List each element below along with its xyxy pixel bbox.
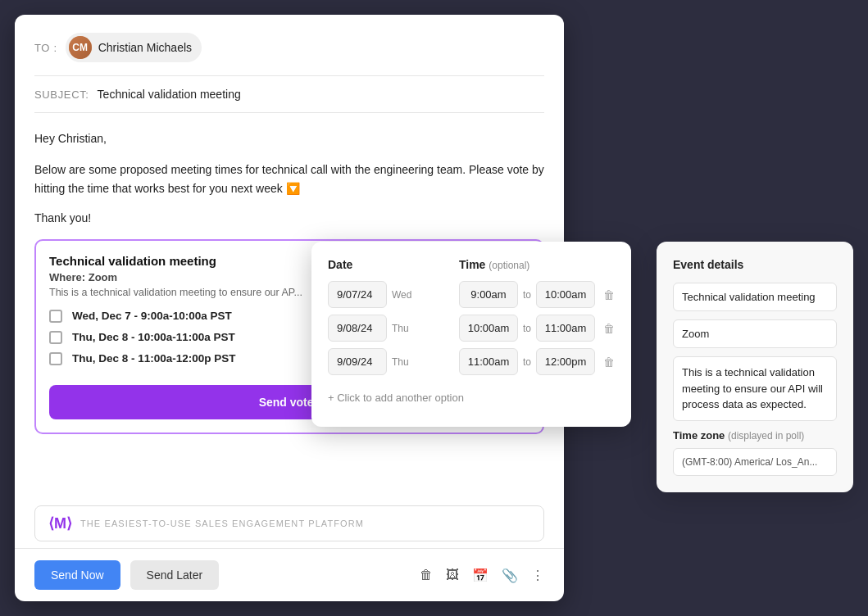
email-toolbar: Send Now Send Later 🗑 🖼 📅 📎 ⋮ <box>15 548 564 601</box>
date-field-1[interactable]: 9/07/24 <box>328 281 387 308</box>
recipient-chip[interactable]: CM Christian Michaels <box>66 33 202 62</box>
send-later-button[interactable]: Send Later <box>130 560 220 590</box>
delete-row-1-icon[interactable]: 🗑 <box>603 288 615 301</box>
date-row-2: 9/08/24 Thu <box>328 315 459 342</box>
attachment-icon[interactable]: 📎 <box>502 568 518 583</box>
day-badge-2: Thu <box>392 323 415 334</box>
event-description-field[interactable]: This is a technical validation meeting t… <box>673 356 837 421</box>
start-time-3[interactable]: 11:00am <box>459 348 518 375</box>
end-time-1[interactable]: 10:00am <box>536 281 595 308</box>
timezone-section-label: Time zone (displayed in poll) <box>673 429 837 442</box>
to-text-1: to <box>523 289 531 301</box>
poll-checkbox-2[interactable] <box>49 331 62 344</box>
delete-row-2-icon[interactable]: 🗑 <box>603 322 615 335</box>
calendar-icon[interactable]: 📅 <box>472 568 489 583</box>
email-greeting: Hey Christian, <box>34 129 544 147</box>
to-text-3: to <box>523 356 531 368</box>
more-options-icon[interactable]: ⋮ <box>531 568 544 583</box>
poll-where-value: Zoom <box>89 271 117 283</box>
timezone-field[interactable]: (GMT-8:00) America/ Los_An... <box>673 448 837 476</box>
day-badge-1: Wed <box>392 289 415 301</box>
poll-where-label: Where: <box>49 271 85 283</box>
to-text-2: to <box>523 323 531 334</box>
to-row: TO : CM Christian Michaels <box>34 33 544 76</box>
time-row-2: 10:00am to 11:00am 🗑 <box>459 315 615 342</box>
delete-row-3-icon[interactable]: 🗑 <box>603 356 615 369</box>
event-details-panel: Event details Technical validation meeti… <box>657 242 853 492</box>
date-field-3[interactable]: 9/09/24 <box>328 348 387 375</box>
time-row-3: 11:00am to 12:00pm 🗑 <box>459 348 615 375</box>
poll-checkbox-1[interactable] <box>49 310 62 323</box>
time-header-label: Time <box>459 258 485 271</box>
time-optional-label: (optional) <box>489 260 529 271</box>
panel-columns: Date 9/07/24 Wed 9/08/24 Thu 9/09/24 Thu… <box>328 258 615 382</box>
poll-option-text-3: Thu, Dec 8 - 11:00a-12:00p PST <box>72 352 236 365</box>
avatar: CM <box>69 36 92 59</box>
time-column-header: Time (optional) <box>459 258 615 271</box>
subject-row: SUBJECT: Technical validation meeting <box>34 76 544 113</box>
day-badge-3: Thu <box>392 356 415 368</box>
email-thanks: Thank you! <box>34 209 544 227</box>
trash-icon[interactable]: 🗑 <box>420 568 433 582</box>
image-icon[interactable]: 🖼 <box>446 568 459 582</box>
time-row-1: 9:00am to 10:00am 🗑 <box>459 281 615 308</box>
start-time-1[interactable]: 9:00am <box>459 281 518 308</box>
brand-logo-icon: ⟨M⟩ <box>48 514 72 532</box>
email-branding: ⟨M⟩ THE EASIEST-TO-USE SALES ENGAGEMENT … <box>34 505 544 541</box>
recipient-name: Christian Michaels <box>98 41 192 54</box>
add-option-button[interactable]: + Click to add another option <box>328 385 615 410</box>
date-row-3: 9/09/24 Thu <box>328 348 459 375</box>
date-column: Date 9/07/24 Wed 9/08/24 Thu 9/09/24 Thu <box>328 258 459 382</box>
email-body-text: Below are some proposed meeting times fo… <box>34 161 544 197</box>
timezone-sublabel: (displayed in poll) <box>728 430 804 442</box>
timezone-label: Time zone <box>673 429 725 442</box>
date-column-header: Date <box>328 258 459 271</box>
time-column: Time (optional) 9:00am to 10:00am 🗑 10:0… <box>459 258 615 382</box>
event-details-header: Event details <box>673 258 837 271</box>
toolbar-icons: 🗑 🖼 📅 📎 ⋮ <box>420 568 544 583</box>
subject-value: Technical validation meeting <box>98 88 241 101</box>
event-location-field[interactable]: Zoom <box>673 319 837 348</box>
brand-tagline: THE EASIEST-TO-USE SALES ENGAGEMENT PLAT… <box>80 519 364 528</box>
end-time-2[interactable]: 11:00am <box>536 315 595 342</box>
start-time-2[interactable]: 10:00am <box>459 315 518 342</box>
to-label: TO : <box>34 42 57 54</box>
email-header: TO : CM Christian Michaels SUBJECT: Tech… <box>15 15 564 113</box>
poll-option-text-1: Wed, Dec 7 - 9:00a-10:00a PST <box>72 310 232 322</box>
end-time-3[interactable]: 12:00pm <box>536 348 595 375</box>
poll-checkbox-3[interactable] <box>49 352 62 365</box>
event-title-field[interactable]: Technical validation meeting <box>673 283 837 311</box>
poll-option-text-2: Thu, Dec 8 - 10:00a-11:00a PST <box>72 331 235 343</box>
date-time-panel: Date 9/07/24 Wed 9/08/24 Thu 9/09/24 Thu… <box>311 242 631 427</box>
subject-label: SUBJECT: <box>34 88 89 101</box>
date-row-1: 9/07/24 Wed <box>328 281 459 308</box>
send-now-button[interactable]: Send Now <box>34 560 120 590</box>
date-field-2[interactable]: 9/08/24 <box>328 315 387 342</box>
